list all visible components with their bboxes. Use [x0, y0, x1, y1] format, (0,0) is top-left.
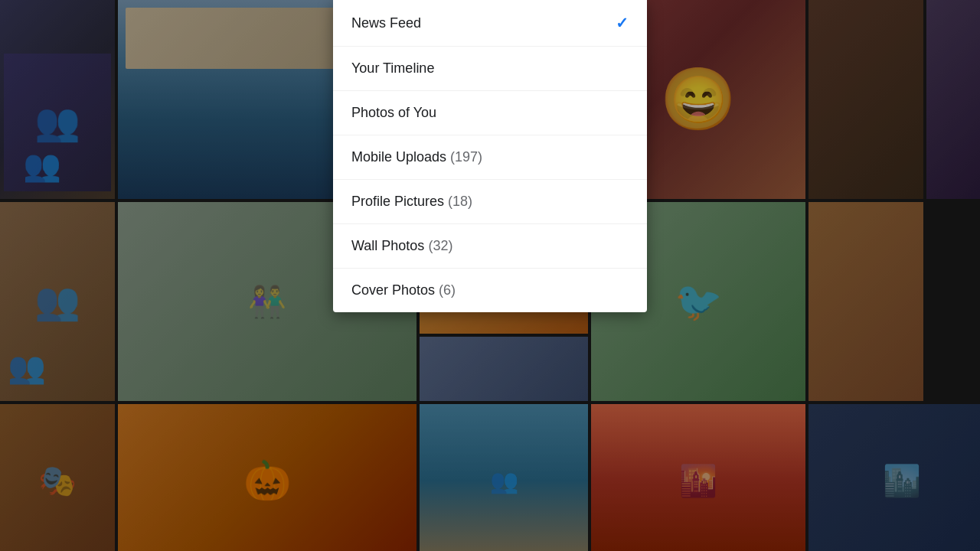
menu-item-label: Cover Photos (6) [351, 282, 456, 298]
menu-item-label: Your Timeline [351, 60, 434, 77]
menu-item-profile-pictures[interactable]: Profile Pictures (18) [333, 180, 647, 224]
menu-item-news-feed[interactable]: News Feed ✓ [333, 0, 647, 47]
selected-checkmark: ✓ [616, 14, 629, 32]
menu-item-cover-photos[interactable]: Cover Photos (6) [333, 269, 647, 312]
menu-item-mobile-uploads[interactable]: Mobile Uploads (197) [333, 135, 647, 180]
menu-item-photos-of-you[interactable]: Photos of You [333, 91, 647, 135]
album-dropdown: News Feed ✓ Your Timeline Photos of You … [333, 0, 647, 312]
menu-item-your-timeline[interactable]: Your Timeline [333, 47, 647, 91]
menu-item-label: Profile Pictures (18) [351, 194, 472, 210]
menu-item-label: News Feed [351, 15, 421, 31]
menu-item-label: Wall Photos (32) [351, 238, 452, 254]
menu-item-label: Photos of You [351, 105, 436, 121]
menu-item-label: Mobile Uploads (197) [351, 149, 482, 165]
menu-item-wall-photos[interactable]: Wall Photos (32) [333, 224, 647, 269]
